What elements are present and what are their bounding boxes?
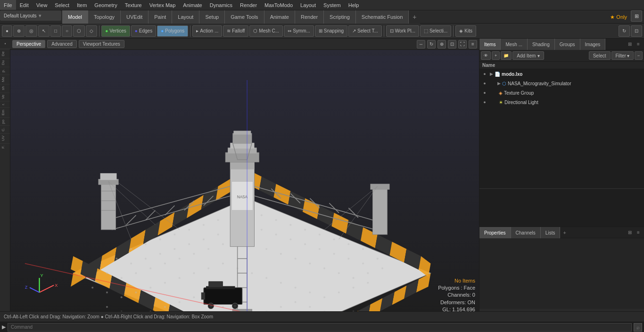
sidebar-p[interactable]: p. [0, 67, 10, 74]
command-input[interactable] [8, 323, 632, 332]
sidebar-mesh[interactable]: Me [0, 74, 10, 84]
tab-layout[interactable]: Layout [172, 10, 199, 24]
item-eye-1[interactable]: ● [481, 80, 488, 87]
nav-reset[interactable]: ⊡ [631, 25, 642, 37]
tab-uvedit[interactable]: UVEdit [121, 10, 149, 24]
tab-animate[interactable]: Animate [264, 10, 295, 24]
tool-crosshair[interactable]: ⊕ [13, 25, 25, 37]
right-tab-images[interactable]: Images [580, 39, 606, 50]
right-icon-expand[interactable]: ⊞ [626, 40, 634, 48]
polygons-btn[interactable]: ● Polygons [157, 25, 188, 37]
nav-rotate[interactable]: ↻ [619, 25, 630, 37]
items-add-btn[interactable]: + [492, 51, 500, 60]
tab-scripting[interactable]: Scripting [324, 10, 356, 24]
menu-maxtomodo[interactable]: MaxToModo [261, 0, 297, 10]
tab-add[interactable]: + [409, 10, 420, 24]
item-row-3[interactable]: ● ☀ Directional Light [479, 97, 644, 107]
vp-icon-fullscreen[interactable]: ⛶ [458, 40, 467, 49]
tab-setup[interactable]: Setup [199, 10, 225, 24]
sidebar-f[interactable]: F. [0, 143, 10, 150]
tool-hex[interactable]: ⬡ [73, 25, 85, 37]
props-tab-properties[interactable]: Properties [479, 227, 511, 238]
item-row-2[interactable]: ● ◈ Texture Group [479, 88, 644, 97]
item-eye-2[interactable]: ● [481, 89, 488, 96]
layout-selector[interactable]: Default Layouts ▾ [0, 10, 61, 21]
scene-3d[interactable]: NASA [10, 50, 479, 311]
item-row-1[interactable]: ● ▶ ⬡ NASA_Microgravity_Simulator [479, 79, 644, 88]
right-tab-shading[interactable]: Shading [528, 39, 555, 50]
vertices-btn[interactable]: ● Vertices [101, 25, 130, 37]
right-tab-groups[interactable]: Groups [555, 39, 580, 50]
tab-topology[interactable]: Topology [88, 10, 121, 24]
items-list[interactable]: ● ▶ 📄 modo.lxo ● ▶ ⬡ NASA_Microgravity_S… [479, 69, 644, 188]
sidebar-dot[interactable]: • [0, 39, 10, 49]
cmd-arrow[interactable]: ▶ [2, 324, 6, 330]
vp-icon-rotate[interactable]: ↻ [427, 40, 436, 49]
vp-icon-frame[interactable]: ⊡ [448, 40, 456, 49]
vp-tab-perspective[interactable]: Perspective [12, 40, 45, 48]
menu-texture[interactable]: Texture [121, 0, 146, 10]
add-item-button[interactable]: Add Item ▾ [512, 51, 544, 60]
tab-schematic[interactable]: Schematic Fusion [356, 10, 409, 24]
sidebar-c[interactable]: C. [0, 125, 10, 133]
star-only[interactable]: ★ Only [606, 10, 631, 24]
menu-layout[interactable]: Layout [297, 0, 320, 10]
menu-vertexmap[interactable]: Vertex Map [146, 0, 180, 10]
menu-animate[interactable]: Animate [179, 0, 206, 10]
props-icon-expand[interactable]: ⊞ [626, 229, 634, 236]
items-eye-btn[interactable]: 👁 [481, 51, 491, 60]
sidebar-de[interactable]: De [0, 49, 10, 58]
items-folder-btn[interactable]: 📁 [501, 51, 512, 60]
sidebar-sh[interactable]: sh [0, 84, 10, 92]
menu-view[interactable]: View [33, 0, 51, 10]
menu-file[interactable]: File [0, 0, 16, 10]
right-icon-settings[interactable]: ≡ [635, 40, 642, 48]
menu-dynamics[interactable]: Dynamics [206, 0, 236, 10]
tab-render[interactable]: Render [295, 10, 324, 24]
props-tab-channels[interactable]: Channels [511, 227, 541, 238]
tool-circle[interactable]: ○ [62, 25, 72, 37]
selectt-btn[interactable]: ↗ Select T... [348, 25, 382, 37]
right-tab-mesh[interactable]: Mesh ... [501, 39, 528, 50]
snapping-btn[interactable]: ⊞ Snapping [315, 25, 347, 37]
sidebar-ver[interactable]: Ve [0, 92, 10, 101]
viewport[interactable]: Perspective Advanced Viewport Textures ↔… [10, 39, 479, 311]
kits-btn[interactable]: ◈ Kits [455, 25, 476, 37]
right-tab-items[interactable]: Items [479, 39, 501, 50]
tab-gametools[interactable]: Game Tools [225, 10, 264, 24]
vp-tab-advanced[interactable]: Advanced [47, 40, 76, 48]
selecti-btn[interactable]: ⬚ Selecti... [420, 25, 451, 37]
filter-button[interactable]: Filter ▾ [611, 51, 634, 60]
menu-item[interactable]: Item [73, 0, 91, 10]
props-tab-lists[interactable]: Lists [541, 227, 561, 238]
item-row-0[interactable]: ● ▶ 📄 modo.lxo [479, 69, 644, 79]
tab-paint[interactable]: Paint [149, 10, 172, 24]
items-minus-btn[interactable]: − [635, 51, 643, 60]
sidebar-uv[interactable]: UV [0, 133, 10, 143]
tool-diamond[interactable]: ◇ [86, 25, 97, 37]
menu-render[interactable]: Render [236, 0, 261, 10]
cmd-search-btn[interactable]: ⌕ [634, 323, 642, 332]
menu-system[interactable]: System [320, 0, 345, 10]
falloff-btn[interactable]: ≋ Falloff [223, 25, 248, 37]
tab-model[interactable]: Model [62, 10, 88, 24]
menu-edit[interactable]: Edit [16, 0, 33, 10]
item-eye-0[interactable]: ● [481, 71, 488, 77]
edges-btn[interactable]: ● Edges [131, 25, 156, 37]
props-tab-plus[interactable]: + [560, 227, 569, 238]
select-button[interactable]: Select [589, 51, 611, 60]
tool-bullet[interactable]: ● [2, 25, 12, 37]
expand-btn[interactable]: ⊞ [631, 10, 642, 22]
sidebar-r[interactable]: r. [0, 101, 10, 107]
vp-tab-textures[interactable]: Viewport Textures [79, 40, 124, 48]
tool-lasso[interactable]: ◎ [25, 25, 37, 37]
menu-select[interactable]: Select [51, 0, 73, 10]
meshc-btn[interactable]: ⬡ Mesh C... [249, 25, 283, 37]
sidebar-dup[interactable]: Du [0, 58, 10, 67]
sidebar-poi[interactable]: po [0, 117, 10, 126]
menu-geometry[interactable]: Geometry [91, 0, 121, 10]
vp-icon-zoom[interactable]: ⊕ [438, 40, 446, 49]
sidebar-em[interactable]: Em [0, 107, 10, 117]
item-eye-3[interactable]: ● [481, 99, 488, 105]
workpl-btn[interactable]: ⊡ Work Pl... [386, 25, 419, 37]
